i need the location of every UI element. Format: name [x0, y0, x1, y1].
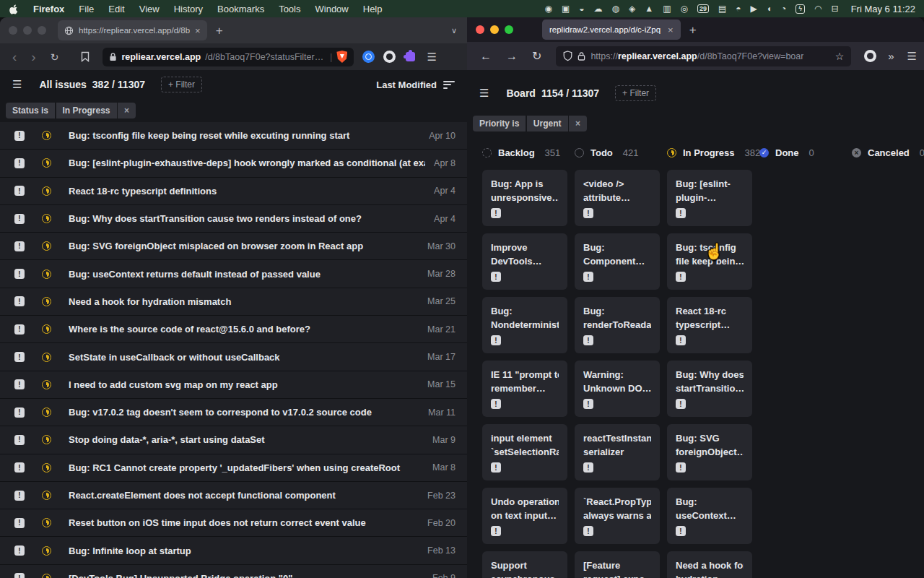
- menubar-menu-item[interactable]: Bookmarks: [217, 4, 264, 14]
- sort-label[interactable]: Last Modified: [376, 79, 437, 90]
- tab-close-icon[interactable]: ×: [195, 26, 201, 35]
- kanban-card[interactable]: Need a hook for hydration…: [667, 551, 752, 578]
- back-button[interactable]: ‹: [7, 50, 22, 64]
- volume-icon[interactable]: ◖: [767, 0, 772, 17]
- kanban-card[interactable]: <video /> attribute…: [575, 170, 660, 226]
- issue-row[interactable]: Need a hook for hydration mismatch Mar 2…: [0, 288, 467, 316]
- github-extension-icon[interactable]: [383, 51, 396, 63]
- new-tab-button[interactable]: +: [689, 24, 697, 36]
- browser-menu-button[interactable]: ☰: [907, 50, 917, 63]
- kanban-card[interactable]: IE 11 "prompt to remember…: [482, 361, 567, 417]
- zoom-window-button[interactable]: [38, 26, 46, 35]
- issue-row[interactable]: [DevTools Bug] Unsupported Bridge operat…: [0, 565, 467, 578]
- play-icon[interactable]: ▶: [751, 0, 757, 17]
- kanban-card[interactable]: Bug: Why does startTransitio…: [667, 361, 752, 417]
- add-filter-button[interactable]: + Filter: [161, 77, 202, 92]
- filter-field[interactable]: Priority is: [473, 116, 526, 131]
- issue-row[interactable]: Bug: Why does startTransition cause two …: [0, 205, 467, 233]
- kanban-card[interactable]: Bug: renderToReadab: [575, 297, 660, 353]
- add-filter-button[interactable]: + Filter: [615, 85, 656, 101]
- dropbox-icon[interactable]: ◈: [629, 0, 635, 17]
- wifi-icon[interactable]: ◠: [814, 0, 821, 17]
- new-tab-button[interactable]: +: [216, 25, 223, 37]
- issue-row[interactable]: Reset button on iOS time input does not …: [0, 509, 467, 537]
- issue-row[interactable]: Bug: SVG foreignObject misplaced on brow…: [0, 233, 467, 260]
- close-window-button[interactable]: [476, 25, 484, 34]
- left-browser-tab[interactable]: https://repliear.vercel.app/d/8b ×: [58, 20, 207, 40]
- menubar-menu-item[interactable]: Help: [363, 4, 383, 14]
- kanban-card[interactable]: [Feature request] expo…: [575, 551, 660, 578]
- display-icon[interactable]: ▣: [562, 0, 570, 17]
- menubar-menu-item[interactable]: Tools: [279, 4, 300, 14]
- kanban-card[interactable]: Improve DevTools…: [482, 233, 567, 290]
- cloud-icon[interactable]: ☁: [594, 0, 603, 17]
- reload-button[interactable]: ↻: [526, 49, 547, 63]
- kanban-card[interactable]: Warning: Unknown DO…: [575, 361, 660, 417]
- power-icon[interactable]: ◎: [681, 0, 688, 17]
- battery-icon[interactable]: ϟ: [796, 4, 805, 14]
- kanban-card[interactable]: Bug: [eslint- plugin-…: [667, 170, 752, 226]
- issue-row[interactable]: Bug: RC1 Cannot create property '_update…: [0, 454, 467, 482]
- issue-row[interactable]: React 18-rc typescript definitions Apr 4: [0, 178, 467, 205]
- menubar-app-name[interactable]: Firefox: [33, 4, 64, 14]
- issue-row[interactable]: SetState in useCallback or without useCa…: [0, 343, 467, 371]
- right-browser-tab[interactable]: replidraw2.vercel.app/d/c-iZpq ×: [542, 20, 681, 40]
- kanban-card[interactable]: Bug: tsconfig file keep bein…: [667, 233, 752, 290]
- package-icon[interactable]: ▤: [718, 0, 726, 17]
- issue-row[interactable]: Bug: useContext returns default instead …: [0, 260, 467, 288]
- extensions-puzzle-icon[interactable]: [404, 52, 417, 61]
- timer-icon[interactable]: ◓: [736, 0, 741, 17]
- bookmark-icon[interactable]: [81, 51, 90, 62]
- forward-button[interactable]: ›: [26, 50, 40, 64]
- kanban-card[interactable]: reactTestInstanc serializer: [575, 424, 660, 480]
- tracking-shield-icon[interactable]: [563, 51, 572, 61]
- filter-remove-icon[interactable]: ×: [118, 103, 136, 118]
- issue-row[interactable]: Bug: tsconfig file keep being reset whil…: [0, 122, 467, 150]
- left-url-bar[interactable]: repliear.vercel.app /d/8bTaoq7F0e?status…: [103, 48, 354, 66]
- minimize-window-button[interactable]: [490, 25, 499, 34]
- app-menu-icon[interactable]: ☰: [12, 78, 22, 91]
- close-window-button[interactable]: [9, 26, 17, 35]
- menubar-menu-item[interactable]: File: [79, 4, 94, 14]
- back-button[interactable]: ←: [474, 50, 497, 63]
- toolbar-overflow-icon[interactable]: »: [888, 50, 894, 62]
- apple-logo-icon[interactable]: [9, 4, 19, 14]
- filter-remove-icon[interactable]: ×: [569, 116, 587, 131]
- kanban-card[interactable]: Undo operation on text input…: [482, 488, 567, 544]
- menubar-menu-item[interactable]: Window: [315, 4, 349, 14]
- calendar-icon[interactable]: 29: [697, 4, 709, 13]
- minimize-window-button[interactable]: [23, 26, 32, 35]
- filter-value[interactable]: In Progress: [56, 103, 117, 118]
- assistant-icon[interactable]: ◔: [781, 0, 786, 17]
- menubar-menu-item[interactable]: History: [174, 4, 203, 14]
- menubar-clock[interactable]: Fri May 6 11:22: [851, 4, 915, 14]
- issue-row[interactable]: I need to add custom svg map on my react…: [0, 371, 467, 399]
- tab-close-icon[interactable]: ×: [668, 25, 674, 35]
- issue-row[interactable]: Stop doing data-*, aria-*, start using d…: [0, 426, 467, 454]
- triangle-app-icon[interactable]: ▲: [645, 0, 653, 17]
- issue-row[interactable]: Where is the source code of react@15.6.0…: [0, 316, 467, 343]
- kanban-card[interactable]: Support asynchronous…: [482, 551, 567, 578]
- kanban-card[interactable]: `React.PropType always warns ab: [575, 488, 660, 544]
- brave-shield-icon[interactable]: [336, 51, 347, 63]
- tab-overflow-chevron-icon[interactable]: ∨: [451, 26, 457, 35]
- zoom-window-button[interactable]: [505, 25, 513, 34]
- screen-record-icon[interactable]: ◉: [544, 0, 552, 17]
- forward-button[interactable]: →: [500, 50, 523, 63]
- kanban-card[interactable]: React 18-rc typescript…: [667, 297, 752, 353]
- app-menu-icon[interactable]: ☰: [479, 87, 489, 100]
- kanban-card[interactable]: input element `setSelectionRa: [482, 424, 567, 480]
- kanban-card[interactable]: Bug: App is unresponsive…: [482, 170, 567, 226]
- kanban-card[interactable]: Bug: useContext…: [667, 488, 752, 544]
- docker-icon[interactable]: ◍: [612, 0, 619, 17]
- github-extension-icon[interactable]: [860, 50, 881, 62]
- sort-order-icon[interactable]: [443, 79, 455, 90]
- browser-menu-button[interactable]: ☰: [427, 51, 436, 64]
- switch-icon[interactable]: ⊟: [832, 0, 839, 17]
- bookmark-star-icon[interactable]: ☆: [835, 51, 845, 62]
- kanban-card[interactable]: Bug: Nondeterminist…: [482, 297, 567, 353]
- filter-field[interactable]: Status is: [6, 103, 55, 118]
- issue-row[interactable]: Bug: Infinite loop at startup Feb 13: [0, 537, 467, 564]
- issue-row[interactable]: React.createElement does not accept func…: [0, 482, 467, 509]
- issue-row[interactable]: Bug: v17.0.2 tag doesn't seem to corresp…: [0, 399, 467, 426]
